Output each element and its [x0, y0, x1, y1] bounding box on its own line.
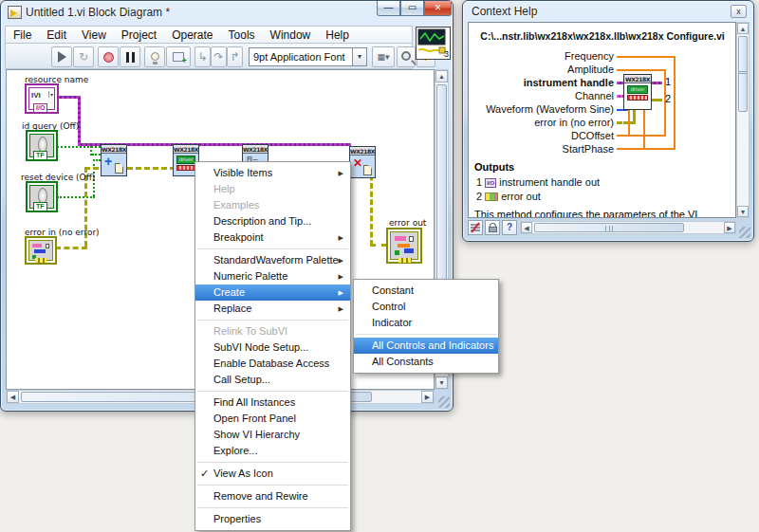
id-query-control[interactable]: TF	[26, 130, 58, 161]
scrollbar-thumb[interactable]	[534, 223, 684, 232]
toggle-optional-terminals-button[interactable]	[468, 220, 483, 235]
step-out-button[interactable]: ↱	[227, 46, 243, 67]
resize-grip[interactable]	[739, 227, 750, 238]
menu-file[interactable]: File	[6, 27, 39, 44]
wire-reset	[93, 159, 101, 161]
wire-error-in	[617, 121, 636, 124]
run-button[interactable]	[51, 46, 72, 67]
menu-item[interactable]: Explore...	[195, 443, 350, 459]
minimize-button[interactable]: —	[377, 1, 400, 16]
wire-out2	[651, 99, 662, 101]
menu-project[interactable]: Project	[114, 27, 164, 44]
output-num-2: 2	[665, 93, 671, 104]
dropdown-arrow-icon[interactable]: ▾	[48, 91, 53, 98]
wire-visa	[78, 96, 81, 145]
menu-item[interactable]: Call Setup...	[195, 372, 350, 388]
menu-help[interactable]: Help	[318, 27, 357, 44]
help-vertical-scrollbar[interactable]: ▲ ▼	[736, 22, 750, 218]
menu-edit[interactable]: Edit	[39, 27, 74, 44]
scrollbar-thumb[interactable]	[738, 36, 748, 112]
help-horizontal-scrollbar[interactable]: ◀ ▶	[520, 221, 736, 234]
submenu-item[interactable]: All Constants	[354, 354, 498, 370]
menu-item[interactable]: StandardWaveform Palette	[195, 252, 350, 268]
terminal-label: instrument handle	[472, 77, 614, 88]
menu-tools[interactable]: Tools	[221, 27, 263, 44]
scroll-up-icon[interactable]: ▲	[737, 23, 749, 34]
menu-item[interactable]: Find All Instances	[195, 394, 350, 411]
submenu-item[interactable]: Control	[354, 299, 498, 315]
menu-item[interactable]: SubVI Node Setup...	[195, 339, 350, 356]
scroll-down-icon[interactable]: ▼	[737, 206, 749, 217]
run-continuously-button[interactable]: ↻	[73, 46, 94, 67]
menu-item	[195, 317, 350, 323]
error-in-control[interactable]	[25, 236, 57, 265]
menu-operate[interactable]: Operate	[164, 27, 220, 44]
align-objects-button[interactable]: ▦▾	[372, 46, 395, 67]
abort-button[interactable]	[98, 46, 119, 67]
submenu-item[interactable]: Constant	[354, 283, 498, 299]
menu-view[interactable]: View	[74, 27, 114, 44]
vi-description: This method configures the parameters of…	[474, 209, 697, 218]
menu-item[interactable]: Open Front Panel	[195, 411, 350, 427]
cluster-chip	[395, 250, 399, 255]
scroll-right-icon[interactable]: ▶	[724, 222, 735, 233]
maximize-button[interactable]: ▭	[400, 1, 424, 16]
step-into-button[interactable]: ↳	[194, 46, 211, 67]
error-out-indicator[interactable]	[386, 228, 422, 264]
titlebar[interactable]: Untitled 1.vi Block Diagram * — ▭ ×	[1, 1, 453, 24]
vi-path: C:\...nstr.lib\wx218x\wx218x.llb\wx218x …	[472, 30, 732, 42]
terminal-label: DCOffset	[472, 130, 614, 141]
node-header: WX218X	[174, 145, 198, 154]
wire-error-in	[633, 110, 636, 121]
menu-item[interactable]: Breakpoint	[195, 229, 350, 246]
cluster-chip	[398, 244, 410, 248]
close-button[interactable]: x	[731, 5, 747, 18]
bool-type-tag: TF	[33, 151, 47, 160]
search-button[interactable]	[397, 46, 416, 67]
scroll-up-icon[interactable]: ▲	[435, 70, 448, 83]
menu-item[interactable]: Show VI Hierarchy	[195, 427, 350, 443]
menu-item[interactable]: Replace	[195, 301, 350, 317]
close-vi-node[interactable]: WX218X ✕	[349, 146, 376, 178]
menu-item: Relink To SubVI	[195, 323, 350, 339]
menu-item[interactable]: Remove and Rewire	[195, 488, 350, 504]
scroll-left-icon[interactable]: ◀	[7, 391, 19, 403]
submenu-item[interactable]: Indicator	[354, 315, 498, 331]
scroll-right-icon[interactable]: ▶	[421, 391, 434, 403]
resize-grip[interactable]	[438, 396, 450, 408]
plus-icon: +	[182, 58, 187, 64]
step-over-button[interactable]: ↷	[211, 46, 227, 67]
resource-name-control[interactable]: IVI ▾ I/O	[25, 83, 59, 114]
font-selector-arrow[interactable]: ▾	[353, 47, 367, 66]
menu-item[interactable]: Numeric Palette	[195, 268, 350, 284]
font-selector[interactable]: 9pt Application Font	[249, 47, 353, 66]
menu-item[interactable]: View As Icon	[195, 466, 350, 482]
detailed-help-button[interactable]: ?	[502, 220, 517, 235]
vi-icon[interactable]: 3	[416, 27, 451, 60]
close-button[interactable]: ×	[424, 1, 452, 16]
menu-item[interactable]: Description and Tip...	[195, 213, 350, 229]
scroll-down-icon[interactable]: ▼	[435, 376, 448, 389]
titlebar[interactable]: Context Help x	[463, 1, 753, 21]
menu-item[interactable]: Enable Database Access	[195, 356, 350, 372]
search-icon	[401, 51, 411, 61]
retain-wire-values-button[interactable]: +	[166, 46, 191, 67]
init-vi-node[interactable]: WX218X +	[101, 144, 127, 176]
submenu-item[interactable]: All Controls and Indicators	[354, 338, 498, 354]
scroll-left-icon[interactable]: ◀	[521, 222, 532, 233]
highlight-execution-button[interactable]	[144, 46, 165, 67]
abort-icon	[103, 52, 114, 63]
desktop: Untitled 1.vi Block Diagram * — ▭ × File…	[0, 0, 759, 532]
menu-item[interactable]: Create	[195, 284, 350, 301]
visa-value[interactable]: IVI	[31, 91, 41, 100]
wire-dcoffset	[617, 135, 666, 137]
visa-datatype-icon: I/O	[485, 178, 496, 188]
menu-item[interactable]: Visible Items	[195, 165, 350, 181]
wire-frequency	[617, 56, 676, 58]
wire-amplitude	[617, 69, 666, 71]
pause-button[interactable]	[120, 46, 140, 67]
menu-item[interactable]: Properties	[195, 511, 350, 527]
reset-device-control[interactable]: TF	[26, 181, 58, 212]
menu-window[interactable]: Window	[263, 27, 319, 44]
lock-help-button[interactable]	[485, 220, 500, 235]
